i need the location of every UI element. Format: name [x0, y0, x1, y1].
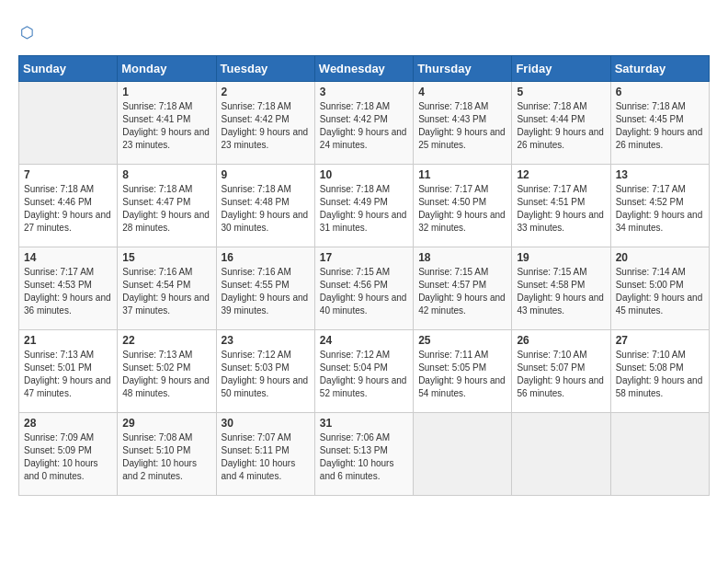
weekday-header-wednesday: Wednesday: [314, 56, 413, 82]
day-number: 28: [24, 417, 112, 430]
day-info: Sunrise: 7:18 AM Sunset: 4:42 PM Dayligh…: [222, 100, 310, 152]
day-info: Sunrise: 7:08 AM Sunset: 5:10 PM Dayligh…: [122, 431, 210, 483]
calendar-cell: [414, 413, 512, 496]
calendar-cell: 22 Sunrise: 7:13 AM Sunset: 5:02 PM Dayl…: [118, 330, 216, 413]
day-info: Sunrise: 7:18 AM Sunset: 4:43 PM Dayligh…: [418, 100, 506, 152]
calendar-cell: 7 Sunrise: 7:18 AM Sunset: 4:46 PM Dayli…: [19, 165, 118, 247]
day-info: Sunrise: 7:18 AM Sunset: 4:49 PM Dayligh…: [320, 183, 408, 235]
weekday-header-tuesday: Tuesday: [216, 56, 314, 82]
day-info: Sunrise: 7:10 AM Sunset: 5:07 PM Dayligh…: [517, 349, 605, 400]
calendar-cell: 4 Sunrise: 7:18 AM Sunset: 4:43 PM Dayli…: [414, 82, 512, 165]
day-info: Sunrise: 7:09 AM Sunset: 5:09 PM Dayligh…: [24, 431, 112, 483]
day-info: Sunrise: 7:12 AM Sunset: 5:04 PM Dayligh…: [320, 349, 408, 400]
calendar-cell: 6 Sunrise: 7:18 AM Sunset: 4:45 PM Dayli…: [610, 82, 709, 165]
day-info: Sunrise: 7:10 AM Sunset: 5:08 PM Dayligh…: [616, 349, 704, 400]
day-number: 8: [122, 168, 210, 181]
day-number: 18: [418, 251, 506, 264]
weekday-header-sunday: Sunday: [19, 56, 118, 82]
day-info: Sunrise: 7:17 AM Sunset: 4:50 PM Dayligh…: [418, 183, 506, 235]
calendar-cell: 10 Sunrise: 7:18 AM Sunset: 4:49 PM Dayl…: [314, 165, 413, 247]
weekday-header-thursday: Thursday: [414, 56, 512, 82]
week-row-4: 21 Sunrise: 7:13 AM Sunset: 5:01 PM Dayl…: [19, 330, 710, 413]
day-number: 11: [418, 168, 506, 181]
day-number: 2: [222, 86, 310, 98]
day-number: 1: [122, 86, 210, 98]
day-number: 17: [320, 251, 408, 264]
week-row-1: 1 Sunrise: 7:18 AM Sunset: 4:41 PM Dayli…: [19, 82, 710, 165]
weekday-header-friday: Friday: [512, 56, 610, 82]
day-number: 16: [222, 251, 310, 264]
calendar-cell: 2 Sunrise: 7:18 AM Sunset: 4:42 PM Dayli…: [216, 82, 314, 165]
day-info: Sunrise: 7:12 AM Sunset: 5:03 PM Dayligh…: [222, 349, 310, 400]
calendar-table: SundayMondayTuesdayWednesdayThursdayFrid…: [18, 55, 710, 496]
day-info: Sunrise: 7:18 AM Sunset: 4:45 PM Dayligh…: [616, 100, 704, 152]
calendar-cell: 17 Sunrise: 7:15 AM Sunset: 4:56 PM Dayl…: [314, 247, 413, 330]
logo-bird-icon: ⬡: [18, 18, 46, 46]
day-info: Sunrise: 7:15 AM Sunset: 4:57 PM Dayligh…: [418, 266, 506, 317]
calendar-cell: 8 Sunrise: 7:18 AM Sunset: 4:47 PM Dayli…: [118, 165, 216, 247]
calendar-cell: 24 Sunrise: 7:12 AM Sunset: 5:04 PM Dayl…: [314, 330, 413, 413]
week-row-2: 7 Sunrise: 7:18 AM Sunset: 4:46 PM Dayli…: [19, 165, 710, 247]
calendar-cell: 12 Sunrise: 7:17 AM Sunset: 4:51 PM Dayl…: [512, 165, 610, 247]
day-info: Sunrise: 7:17 AM Sunset: 4:51 PM Dayligh…: [517, 183, 605, 235]
day-info: Sunrise: 7:07 AM Sunset: 5:11 PM Dayligh…: [222, 431, 310, 483]
calendar-cell: 11 Sunrise: 7:17 AM Sunset: 4:50 PM Dayl…: [414, 165, 512, 247]
day-number: 26: [517, 334, 605, 347]
svg-text:⬡: ⬡: [20, 24, 34, 40]
calendar-cell: [610, 413, 709, 496]
day-info: Sunrise: 7:18 AM Sunset: 4:46 PM Dayligh…: [24, 183, 112, 235]
day-number: 22: [122, 334, 210, 347]
day-info: Sunrise: 7:14 AM Sunset: 5:00 PM Dayligh…: [616, 266, 704, 317]
day-info: Sunrise: 7:17 AM Sunset: 4:52 PM Dayligh…: [616, 183, 704, 235]
day-info: Sunrise: 7:18 AM Sunset: 4:44 PM Dayligh…: [517, 100, 605, 152]
day-number: 25: [418, 334, 506, 347]
calendar-cell: 16 Sunrise: 7:16 AM Sunset: 4:55 PM Dayl…: [216, 247, 314, 330]
day-number: 4: [418, 86, 506, 98]
logo: ⬡: [18, 18, 50, 46]
week-row-5: 28 Sunrise: 7:09 AM Sunset: 5:09 PM Dayl…: [19, 413, 710, 496]
calendar-cell: 15 Sunrise: 7:16 AM Sunset: 4:54 PM Dayl…: [118, 247, 216, 330]
calendar-cell: 18 Sunrise: 7:15 AM Sunset: 4:57 PM Dayl…: [414, 247, 512, 330]
calendar-cell: 19 Sunrise: 7:15 AM Sunset: 4:58 PM Dayl…: [512, 247, 610, 330]
calendar-cell: 13 Sunrise: 7:17 AM Sunset: 4:52 PM Dayl…: [610, 165, 709, 247]
calendar-cell: 26 Sunrise: 7:10 AM Sunset: 5:07 PM Dayl…: [512, 330, 610, 413]
weekday-header-monday: Monday: [118, 56, 216, 82]
day-number: 9: [222, 168, 310, 181]
day-number: 27: [616, 334, 704, 347]
day-info: Sunrise: 7:13 AM Sunset: 5:02 PM Dayligh…: [122, 349, 210, 400]
weekday-header-row: SundayMondayTuesdayWednesdayThursdayFrid…: [19, 56, 710, 82]
day-info: Sunrise: 7:15 AM Sunset: 4:56 PM Dayligh…: [320, 266, 408, 317]
calendar-cell: [512, 413, 610, 496]
day-number: 14: [24, 251, 112, 264]
calendar-cell: 27 Sunrise: 7:10 AM Sunset: 5:08 PM Dayl…: [610, 330, 709, 413]
day-number: 15: [122, 251, 210, 264]
day-number: 5: [517, 86, 605, 98]
day-number: 31: [320, 417, 408, 430]
day-number: 7: [24, 168, 112, 181]
header: ⬡: [18, 18, 710, 46]
day-number: 6: [616, 86, 704, 98]
day-number: 20: [616, 251, 704, 264]
day-number: 30: [222, 417, 310, 430]
day-number: 19: [517, 251, 605, 264]
day-number: 21: [24, 334, 112, 347]
day-info: Sunrise: 7:16 AM Sunset: 4:55 PM Dayligh…: [222, 266, 310, 317]
day-number: 10: [320, 168, 408, 181]
calendar-cell: 28 Sunrise: 7:09 AM Sunset: 5:09 PM Dayl…: [19, 413, 118, 496]
calendar-cell: [19, 82, 118, 165]
day-info: Sunrise: 7:15 AM Sunset: 4:58 PM Dayligh…: [517, 266, 605, 317]
calendar-cell: 29 Sunrise: 7:08 AM Sunset: 5:10 PM Dayl…: [118, 413, 216, 496]
weekday-header-saturday: Saturday: [610, 56, 709, 82]
calendar-cell: 30 Sunrise: 7:07 AM Sunset: 5:11 PM Dayl…: [216, 413, 314, 496]
day-info: Sunrise: 7:13 AM Sunset: 5:01 PM Dayligh…: [24, 349, 112, 400]
day-info: Sunrise: 7:16 AM Sunset: 4:54 PM Dayligh…: [122, 266, 210, 317]
calendar-cell: 20 Sunrise: 7:14 AM Sunset: 5:00 PM Dayl…: [610, 247, 709, 330]
calendar-cell: 3 Sunrise: 7:18 AM Sunset: 4:42 PM Dayli…: [314, 82, 413, 165]
calendar-cell: 5 Sunrise: 7:18 AM Sunset: 4:44 PM Dayli…: [512, 82, 610, 165]
day-info: Sunrise: 7:18 AM Sunset: 4:42 PM Dayligh…: [320, 100, 408, 152]
day-info: Sunrise: 7:17 AM Sunset: 4:53 PM Dayligh…: [24, 266, 112, 317]
calendar-cell: 9 Sunrise: 7:18 AM Sunset: 4:48 PM Dayli…: [216, 165, 314, 247]
day-info: Sunrise: 7:06 AM Sunset: 5:13 PM Dayligh…: [320, 431, 408, 483]
day-info: Sunrise: 7:18 AM Sunset: 4:41 PM Dayligh…: [122, 100, 210, 152]
day-info: Sunrise: 7:18 AM Sunset: 4:48 PM Dayligh…: [222, 183, 310, 235]
